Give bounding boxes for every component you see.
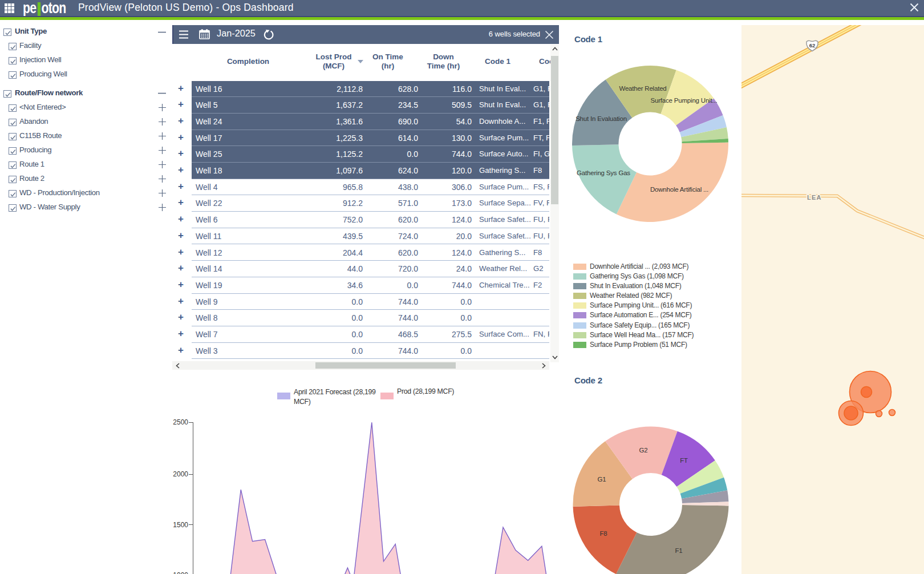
svg-text:62: 62 — [809, 42, 816, 48]
svg-text:LEA: LEA — [807, 194, 822, 201]
